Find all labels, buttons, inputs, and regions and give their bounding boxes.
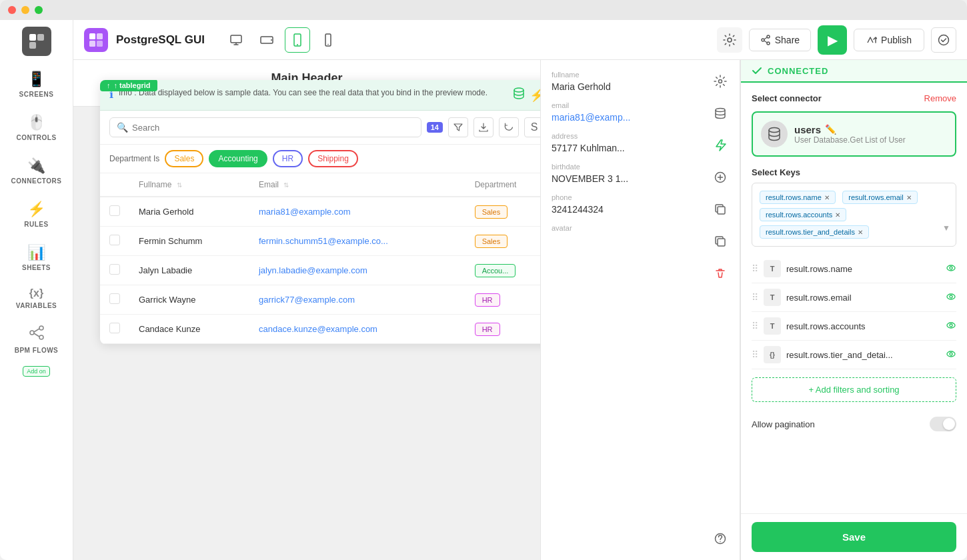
sidebar-item-sheets[interactable]: 📊 SHEETS [7,237,66,278]
detail-field-birthdate: birthdate NOVEMBER 3 1... [552,163,690,184]
search-box[interactable]: 🔍 [109,117,421,137]
tablet-portrait-icon[interactable] [285,27,310,53]
sidebar-item-bpm-flows[interactable]: BPM FLOWS [7,319,66,361]
filter-tag-sales[interactable]: Sales [165,150,203,167]
key-row: ⠿ {} result.rows.tier_and_detai... [752,341,956,369]
svg-point-30 [716,109,725,112]
maximize-button[interactable] [35,6,43,14]
connector-card[interactable]: users ✏️ User Database.Get List of User [752,111,956,157]
cell-email[interactable]: garrick77@example.com [259,295,355,305]
app-logo[interactable] [22,27,51,56]
mobile-icon[interactable] [315,27,341,53]
refresh-icon[interactable] [499,117,519,137]
database-settings-icon[interactable] [707,100,734,127]
cell-email[interactable]: candace.kunze@example.com [259,324,377,334]
drag-handle[interactable]: ⠿ [752,292,758,303]
key-tag-name[interactable]: result.rows.name ✕ [760,191,836,204]
keys-selector[interactable]: result.rows.name ✕ result.rows.email ✕ r… [752,183,956,247]
cell-email[interactable]: fermin.schumm51@example.co... [259,236,388,246]
table-row[interactable]: Maria Gerhold maria81@example.com Sales [100,197,540,227]
svg-point-3 [30,331,34,335]
paste-icon[interactable] [707,228,734,255]
key-remove[interactable]: ✕ [835,211,840,219]
sidebar-item-connectors[interactable]: 🔌 CONNECTORS [7,151,66,191]
edit-icon[interactable]: ✏️ [825,124,836,135]
detail-field-phone: phone 3241244324 [552,193,690,215]
download-icon[interactable] [473,117,494,137]
sidebar-item-rules[interactable]: ⚡ RULES [7,194,66,235]
lightning-settings-icon[interactable] [707,132,734,159]
eye-icon[interactable] [946,291,956,304]
row-checkbox[interactable] [109,323,120,333]
remove-button[interactable]: Remove [924,93,956,103]
row-checkbox[interactable] [109,235,120,245]
svg-rect-12 [231,35,241,43]
email-value[interactable]: maria81@examp... [552,112,690,123]
publish-button[interactable]: Publish [854,29,924,51]
drag-handle[interactable]: ⠿ [752,263,758,274]
cell-name: Candace Kunze [129,315,249,344]
table-row[interactable]: Jalyn Labadie jalyn.labadie@example.com … [100,256,540,285]
settings-icon[interactable] [717,27,742,53]
key-name: result.rows.name [786,264,940,274]
email-label: email [552,101,690,109]
cell-name: Fermin Schumm [129,227,249,256]
key-remove[interactable]: ✕ [906,194,912,201]
filter-tag-accounting[interactable]: Accounting [209,150,267,167]
row-checkbox[interactable] [109,205,120,216]
table-row[interactable]: Fermin Schumm fermin.schumm51@example.co… [100,227,540,256]
add-on-badge[interactable]: Add on [23,366,50,377]
eye-icon[interactable] [946,320,956,333]
close-button[interactable] [8,6,16,14]
table-row[interactable]: Candace Kunze candace.kunze@example.com … [100,315,540,344]
table-row[interactable]: Garrick Wayne garrick77@example.com HR [100,285,540,315]
tablet-landscape-icon[interactable] [254,27,279,53]
sidebar-item-variables[interactable]: {x} VARIABLES [7,281,66,316]
device-icons [223,27,341,53]
svg-line-25 [764,37,767,39]
settings-icon-sm[interactable]: S [524,117,540,137]
key-name: result.rows.email [786,293,940,303]
left-sidebar: 📱 SCREENS 🖱️ CONTROLS 🔌 CONNECTORS ⚡ RUL… [0,20,73,560]
save-button[interactable]: Save [752,522,956,552]
lightning-icon[interactable]: ⚡ [530,88,540,103]
select-keys-title: Select Keys [752,167,956,177]
database-icon[interactable] [512,87,526,103]
cell-email[interactable]: maria81@example.com [259,207,350,217]
key-remove[interactable]: ✕ [858,229,863,236]
sidebar-item-screens[interactable]: 📱 SCREENS [7,64,66,105]
minimize-button[interactable] [21,6,29,14]
connector-name: users ✏️ [794,124,947,135]
key-tag-email[interactable]: result.rows.email ✕ [842,191,918,204]
eye-icon[interactable] [946,349,956,361]
row-checkbox[interactable] [109,264,120,275]
key-remove[interactable]: ✕ [824,194,830,201]
add-filter-button[interactable]: + Add filters and sorting [752,377,956,402]
cell-email[interactable]: jalyn.labadie@example.com [259,265,367,275]
play-button[interactable]: ▶ [818,25,847,55]
key-tag-accounts[interactable]: result.rows.accounts ✕ [760,208,846,221]
cell-name: Garrick Wayne [129,285,249,315]
desktop-icon[interactable] [223,27,249,53]
help-icon[interactable] [707,525,734,552]
delete-icon[interactable] [707,260,734,287]
sidebar-item-variables-label: VARIABLES [16,302,57,309]
copy-icon[interactable] [707,196,734,223]
add-icon[interactable] [707,164,734,191]
filter-tag-hr[interactable]: HR [273,150,303,167]
connector-settings-icon[interactable] [707,68,734,95]
share-button[interactable]: Share [749,29,811,51]
filter-tag-shipping[interactable]: Shipping [308,150,358,167]
sidebar-item-connectors-label: CONNECTORS [11,177,62,185]
key-tag-tier[interactable]: result.rows.tier_and_details ✕ [760,225,869,239]
connector-content: Select connector Remove users ✏ [741,83,967,513]
sidebar-item-controls[interactable]: 🖱️ CONTROLS [7,107,66,148]
drag-handle[interactable]: ⠿ [752,321,758,331]
filter-icon[interactable] [448,117,468,137]
eye-icon[interactable] [946,263,956,275]
check-button[interactable] [931,27,956,53]
search-input[interactable] [132,123,414,133]
drag-handle[interactable]: ⠿ [752,349,758,360]
row-checkbox[interactable] [109,293,120,304]
pagination-toggle[interactable] [930,417,956,431]
